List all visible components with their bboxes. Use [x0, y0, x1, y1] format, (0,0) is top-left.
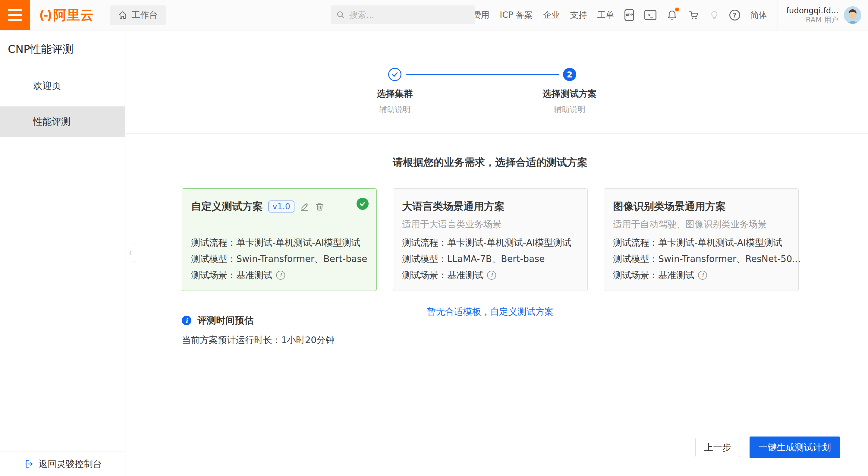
sidebar-item-performance-eval[interactable]: 性能评测	[0, 107, 125, 137]
step-1-label: 选择集群	[332, 88, 458, 100]
scene-info-icon[interactable]: i	[487, 271, 496, 280]
menu-item-support[interactable]: 支持	[570, 9, 587, 21]
selected-check-icon	[356, 198, 369, 210]
card-image-recognition-plan[interactable]: 图像识别类场景通用方案 适用于自动驾驶、图像识别类业务场景 测试流程： 单卡测试…	[604, 188, 799, 291]
step-2-label: 选择测试方案	[506, 88, 633, 100]
custom-template-link[interactable]: 暂无合适模板，自定义测试方案	[393, 306, 588, 318]
step-2-helper-text: 辅助说明	[506, 104, 633, 115]
card-scene-line: 测试场景： 基准测试 i	[402, 267, 581, 284]
step-1-helper-text: 辅助说明	[332, 104, 458, 115]
card-flow-line: 测试流程： 单卡测试-单机测试-AI模型测试	[402, 235, 581, 251]
global-search[interactable]	[331, 5, 475, 24]
mobile-app-icon[interactable]: APP	[624, 9, 634, 21]
sidebar-item-welcome[interactable]: 欢迎页	[0, 70, 125, 101]
aliyun-logo[interactable]: (-) 阿里云	[39, 6, 94, 24]
user-role: RAM 用户	[786, 16, 838, 24]
step-2-number-icon: 2	[563, 68, 576, 81]
card-custom-test-plan[interactable]: 自定义测试方案 v1.0	[182, 188, 377, 291]
menu-item-icp[interactable]: ICP 备案	[500, 9, 533, 21]
help-icon[interactable]: ?	[730, 10, 740, 21]
back-to-lingjun-console-link[interactable]: 返回灵骏控制台	[0, 452, 125, 476]
step-1-done-icon	[388, 68, 401, 81]
card-subtitle: 适用于自动驾驶、图像识别类业务场景	[613, 218, 789, 231]
previous-step-button[interactable]: 上一步	[695, 438, 740, 457]
scene-info-icon[interactable]: i	[698, 271, 707, 280]
generate-test-plan-button[interactable]: 一键生成测试计划	[749, 437, 840, 458]
card-flow-line: 测试流程： 单卡测试-单机测试-AI模型测试	[613, 235, 792, 251]
card-subtitle: 适用于大语言类业务场景	[402, 218, 578, 231]
version-badge: v1.0	[268, 201, 294, 212]
sidebar: CNP性能评测 欢迎页 性能评测 返回灵骏控制台	[0, 30, 125, 476]
card-model-line: 测试模型： Swin-Transformer、Bert-base	[191, 251, 370, 267]
main-content: 选择集群 辅助说明 2 选择测试方案 辅助说明 请根据您的业务需求，选择合适的测…	[126, 30, 868, 476]
sidebar-title: CNP性能评测	[8, 42, 125, 57]
card-flow-line: 测试流程： 单卡测试-单机测试-AI模型测试	[191, 235, 370, 251]
chevron-left-icon	[127, 250, 133, 256]
user-account[interactable]: fudongqi.fd... RAM 用户	[778, 0, 861, 30]
card-title: 自定义测试方案	[191, 200, 263, 213]
search-input[interactable]	[349, 10, 470, 20]
avatar[interactable]	[844, 6, 861, 24]
info-icon: i	[182, 316, 191, 325]
card-title: 大语言类场景通用方案	[402, 200, 504, 213]
topbar: (-) 阿里云 工作台 费用 ICP 备案 企业 支持 工单 APP >_	[0, 0, 868, 30]
user-name: fudongqi.fd...	[786, 6, 838, 16]
topbar-divider	[103, 0, 103, 30]
step-2-select-test-plan: 2 选择测试方案 辅助说明	[506, 30, 633, 115]
aliyun-logo-mark: (-)	[39, 8, 51, 22]
workbench-button[interactable]: 工作台	[110, 5, 166, 25]
card-title: 图像识别类场景通用方案	[613, 200, 726, 213]
cloud-shell-icon[interactable]: >_	[644, 10, 656, 20]
delete-plan-icon[interactable]	[315, 202, 324, 211]
edit-plan-icon[interactable]	[300, 202, 310, 211]
exit-icon	[24, 459, 34, 469]
topbar-right-menu: 费用 ICP 备案 企业 支持 工单 APP >_	[472, 0, 868, 30]
estimate-duration-text: 当前方案预计运行时长：1小时20分钟	[182, 334, 335, 346]
estimate-title: 评测时间预估	[197, 314, 253, 327]
evaluation-time-estimate: i 评测时间预估 当前方案预计运行时长：1小时20分钟	[182, 314, 335, 346]
test-plan-cards: 自定义测试方案 v1.0	[182, 188, 799, 291]
page-title: 请根据您的业务需求，选择合适的测试方案	[182, 155, 798, 170]
wizard-footer-actions: 上一步 一键生成测试计划	[695, 437, 840, 458]
aliyun-logo-name: 阿里云	[53, 6, 94, 24]
language-switcher[interactable]: 简体	[750, 9, 767, 21]
menu-item-enterprise[interactable]: 企业	[543, 9, 560, 21]
step-indicator: 选择集群 辅助说明 2 选择测试方案 辅助说明	[126, 30, 868, 133]
scene-info-icon[interactable]: i	[276, 271, 285, 280]
card-llm-general-plan[interactable]: 大语言类场景通用方案 适用于大语言类业务场景 测试流程： 单卡测试-单机测试-A…	[393, 188, 588, 291]
home-icon	[118, 10, 127, 20]
lightbulb-icon[interactable]	[710, 10, 719, 20]
notification-badge-dot	[675, 7, 679, 11]
card-scene-line: 测试场景： 基准测试 i	[191, 267, 370, 284]
card-scene-line: 测试场景： 基准测试 i	[613, 267, 792, 284]
hamburger-menu-icon[interactable]	[0, 0, 30, 30]
card-model-line: 测试模型： Swin-Transformer、ResNet-50...	[613, 251, 792, 267]
sidebar-menu: 欢迎页 性能评测	[0, 70, 125, 137]
cart-icon[interactable]	[688, 9, 699, 21]
card-model-line: 测试模型： LLaMA-7B、Bert-base	[402, 251, 581, 267]
notification-bell-icon[interactable]	[667, 10, 678, 21]
workbench-label: 工作台	[131, 9, 158, 21]
step-1-select-cluster: 选择集群 辅助说明	[332, 30, 458, 115]
search-icon	[336, 10, 345, 19]
menu-item-ticket[interactable]: 工单	[597, 9, 614, 21]
sidebar-collapse-handle[interactable]	[125, 243, 135, 263]
